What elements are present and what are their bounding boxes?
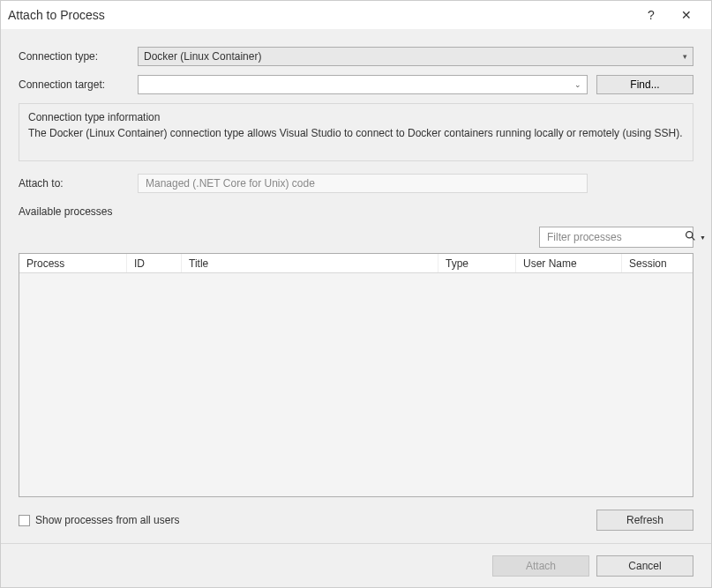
filter-row: ▼ xyxy=(19,227,693,248)
connection-type-dropdown[interactable]: Docker (Linux Container) ▾ xyxy=(138,47,693,66)
available-processes-label: Available processes xyxy=(19,205,693,218)
connection-type-info-group: Connection type information The Docker (… xyxy=(19,103,693,161)
attach-to-process-dialog: Attach to Process ? ✕ Connection type: D… xyxy=(0,0,712,588)
info-title: Connection type information xyxy=(28,111,684,123)
help-button[interactable]: ? xyxy=(633,1,669,29)
processes-table[interactable]: Process ID Title Type User Name Session xyxy=(19,253,693,497)
dialog-title: Attach to Process xyxy=(8,8,633,22)
show-all-users-label: Show processes from all users xyxy=(35,514,596,526)
col-type[interactable]: Type xyxy=(438,254,516,272)
cancel-button[interactable]: Cancel xyxy=(596,555,693,577)
chevron-down-icon: ▼ xyxy=(700,234,706,241)
col-process[interactable]: Process xyxy=(19,254,127,272)
dialog-body: Connection type: Docker (Linux Container… xyxy=(1,29,711,543)
col-user[interactable]: User Name xyxy=(516,254,622,272)
connection-target-row: Connection target: ⌄ Find... xyxy=(19,75,693,94)
info-text: The Docker (Linux Container) connection … xyxy=(28,127,684,139)
col-id[interactable]: ID xyxy=(127,254,182,272)
connection-type-label: Connection type: xyxy=(19,50,138,63)
show-all-users-checkbox[interactable] xyxy=(19,515,30,526)
table-header: Process ID Title Type User Name Session xyxy=(19,254,693,273)
attach-to-value: Managed (.NET Core for Unix) code xyxy=(146,177,315,190)
close-button[interactable]: ✕ xyxy=(669,1,704,29)
chevron-down-icon: ⌄ xyxy=(574,80,581,89)
dialog-footer: Attach Cancel xyxy=(1,543,711,587)
svg-point-0 xyxy=(686,232,693,238)
titlebar: Attach to Process ? ✕ xyxy=(1,1,711,29)
filter-processes-box[interactable]: ▼ xyxy=(539,227,693,248)
attach-to-label: Attach to: xyxy=(19,177,138,190)
refresh-button[interactable]: Refresh xyxy=(596,510,693,531)
connection-target-dropdown[interactable]: ⌄ xyxy=(138,75,588,94)
svg-line-1 xyxy=(692,237,694,240)
chevron-down-icon: ▾ xyxy=(683,52,687,61)
attach-button[interactable]: Attach xyxy=(492,555,589,577)
filter-processes-input[interactable] xyxy=(545,230,681,244)
bottom-row: Show processes from all users Refresh xyxy=(19,510,693,531)
connection-type-row: Connection type: Docker (Linux Container… xyxy=(19,47,693,66)
connection-type-value: Docker (Linux Container) xyxy=(144,50,261,63)
connection-target-label: Connection target: xyxy=(19,78,138,91)
search-icon xyxy=(685,230,696,244)
find-button[interactable]: Find... xyxy=(596,75,693,94)
col-title[interactable]: Title xyxy=(182,254,438,272)
attach-to-row: Attach to: Managed (.NET Core for Unix) … xyxy=(19,174,693,193)
col-session[interactable]: Session xyxy=(622,254,693,272)
attach-to-value-box: Managed (.NET Core for Unix) code xyxy=(138,174,588,193)
